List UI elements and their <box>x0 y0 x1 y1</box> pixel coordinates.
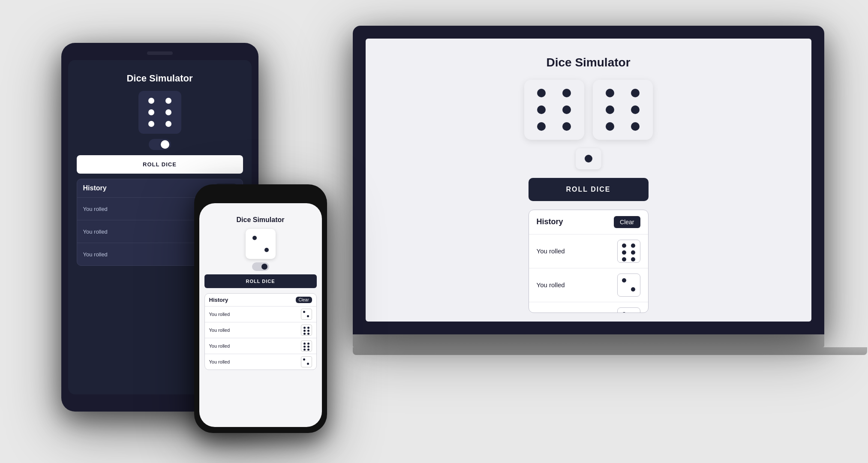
tablet-history-label: History <box>83 184 107 192</box>
phone-device: Dice Simulator ROLL DICE History Clear <box>194 184 327 433</box>
phone-notch <box>239 190 282 200</box>
laptop-base <box>353 334 824 347</box>
phone-roll-button[interactable]: ROLL DICE <box>204 274 317 288</box>
tablet-toggle[interactable] <box>149 139 171 150</box>
laptop-history-dice-2 <box>617 274 640 297</box>
tablet-current-dice <box>138 91 181 134</box>
phone-history-dice-3 <box>301 340 312 352</box>
laptop-history-box: History Clear You rolled <box>529 210 649 313</box>
phone-toggle-knob <box>261 264 267 270</box>
laptop-bezel: Dice Simulator <box>353 26 824 334</box>
phone-history-row-4: You rolled <box>205 354 316 370</box>
laptop-dice-main <box>524 80 584 140</box>
phone-history-box: History Clear You rolled You rolled <box>204 293 317 370</box>
phone-dot-top <box>252 236 257 240</box>
tablet-dot-4 <box>165 109 171 115</box>
phone-history-row-2: You rolled <box>205 322 316 338</box>
laptop-roll-button[interactable]: ROLL DICE <box>529 178 649 201</box>
laptop-history-row-3: You rolled <box>529 302 648 313</box>
tablet-dot-2 <box>165 98 171 104</box>
phone-history-label: History <box>209 297 228 303</box>
phone-rolled-4: You rolled <box>209 359 230 364</box>
phone-toggle[interactable] <box>252 262 269 271</box>
phone-rolled-3: You rolled <box>209 343 230 349</box>
laptop-rolled-1: You rolled <box>537 247 565 255</box>
phone-current-dice <box>246 229 276 259</box>
phone-rolled-1: You rolled <box>209 312 230 317</box>
phone-history-dice-2 <box>301 325 312 336</box>
laptop-rolled-2: You rolled <box>537 281 565 289</box>
laptop-history-row-2: You rolled <box>529 268 648 302</box>
tablet-rolled-label-3: You rolled <box>83 251 108 258</box>
laptop-history-header: History Clear <box>529 210 648 234</box>
tablet-app-title: Dice Simulator <box>126 73 192 84</box>
phone-history-row-1: You rolled <box>205 306 316 322</box>
tablet-dot-6 <box>165 121 171 127</box>
laptop-history-label: History <box>537 217 563 226</box>
phone-history-dice-4 <box>301 356 312 367</box>
laptop-dice-secondary <box>593 80 653 140</box>
phone-app-title: Dice Simulator <box>236 216 284 224</box>
laptop-app-title: Dice Simulator <box>546 56 630 69</box>
phone-screen: Dice Simulator ROLL DICE History Clear <box>199 203 322 427</box>
laptop-foot <box>353 347 867 355</box>
laptop-screen: Dice Simulator <box>366 39 811 322</box>
tablet-dot-1 <box>148 98 154 104</box>
tablet-toggle-knob <box>161 140 169 149</box>
phone-history-header: History Clear <box>205 294 316 306</box>
laptop-history-dice-1 <box>617 240 640 263</box>
tablet-dot-5 <box>148 121 154 127</box>
tablet-camera <box>147 51 173 55</box>
tablet-rolled-label-1: You rolled <box>83 206 108 212</box>
laptop-history-dice-3 <box>617 307 640 313</box>
phone-history-row-3: You rolled <box>205 338 316 354</box>
laptop-history-row-1: You rolled <box>529 234 648 268</box>
tablet-rolled-label-2: You rolled <box>83 228 108 235</box>
phone-clear-button[interactable]: Clear <box>296 297 312 303</box>
laptop-dice-area <box>524 80 653 140</box>
scene: Dice Simulator ROLL DICE History Cl <box>27 17 841 446</box>
laptop-clear-button[interactable]: Clear <box>614 216 640 228</box>
laptop-device: Dice Simulator <box>353 26 824 377</box>
phone-dot-bottom <box>264 248 269 252</box>
phone-history-dice-1 <box>301 309 312 320</box>
laptop-dice-small <box>576 148 601 169</box>
laptop-small-dot <box>585 155 592 162</box>
tablet-dot-3 <box>148 109 154 115</box>
phone-rolled-2: You rolled <box>209 328 230 333</box>
tablet-roll-button[interactable]: ROLL DICE <box>77 155 243 174</box>
